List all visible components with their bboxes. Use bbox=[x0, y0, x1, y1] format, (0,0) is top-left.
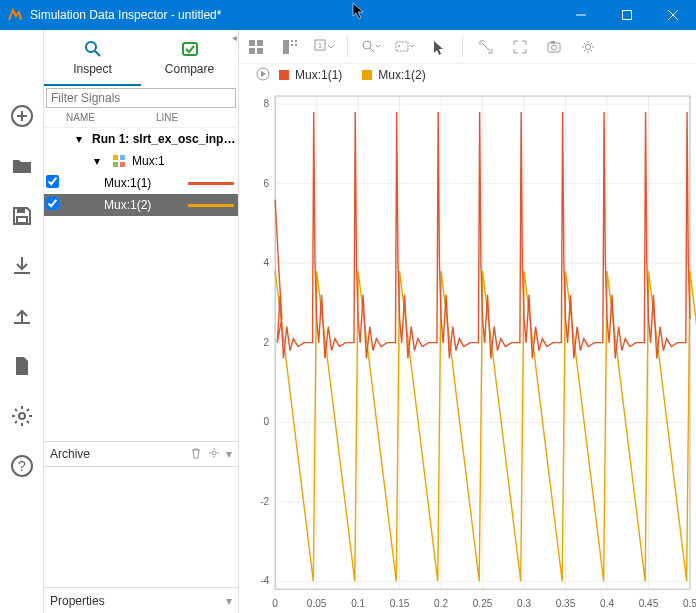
signal-1-checkbox[interactable] bbox=[46, 175, 59, 188]
filter-signals-input[interactable] bbox=[46, 88, 236, 108]
export-button[interactable] bbox=[8, 302, 36, 330]
settings-button[interactable] bbox=[8, 402, 36, 430]
plot-settings-button[interactable] bbox=[577, 36, 599, 58]
tree-run[interactable]: ▾ Run 1: slrt_ex_osc_inport ... bbox=[44, 128, 238, 150]
svg-rect-29 bbox=[291, 40, 293, 42]
svg-rect-26 bbox=[249, 48, 255, 54]
tree-mux-label: Mux:1 bbox=[132, 154, 238, 168]
tab-inspect-label: Inspect bbox=[73, 62, 112, 76]
tree-signal-1-label: Mux:1(1) bbox=[104, 176, 184, 190]
tab-compare-label: Compare bbox=[165, 62, 214, 76]
layout-split-button[interactable] bbox=[279, 36, 301, 58]
zoom-dropdown[interactable] bbox=[360, 36, 382, 58]
legend-label-1: Mux:1(1) bbox=[295, 68, 342, 82]
signal-2-checkbox[interactable] bbox=[46, 197, 59, 210]
svg-rect-32 bbox=[295, 44, 297, 46]
svg-text:-2: -2 bbox=[260, 496, 269, 507]
tree-signal-1[interactable]: Mux:1(1) bbox=[44, 172, 238, 194]
zoom-region-dropdown[interactable] bbox=[394, 36, 416, 58]
header-line: LINE bbox=[156, 112, 178, 123]
compare-icon bbox=[180, 38, 200, 60]
fit-button[interactable] bbox=[475, 36, 497, 58]
properties-section-header[interactable]: Properties ▾ bbox=[44, 587, 238, 613]
chevron-down-icon: ▾ bbox=[226, 594, 232, 608]
svg-text:?: ? bbox=[18, 458, 26, 474]
expand-button[interactable] bbox=[509, 36, 531, 58]
tree-signal-2[interactable]: Mux:1(2) bbox=[44, 194, 238, 216]
svg-point-13 bbox=[19, 413, 25, 419]
svg-text:0.5: 0.5 bbox=[683, 598, 696, 609]
stream-icon[interactable] bbox=[255, 66, 271, 85]
svg-rect-40 bbox=[548, 43, 560, 52]
chevron-down-icon[interactable]: ▾ bbox=[226, 447, 232, 461]
close-button[interactable] bbox=[650, 0, 696, 30]
svg-rect-22 bbox=[120, 162, 125, 167]
open-folder-button[interactable] bbox=[8, 152, 36, 180]
svg-text:0.45: 0.45 bbox=[639, 598, 659, 609]
svg-point-41 bbox=[552, 45, 557, 50]
legend-label-2: Mux:1(2) bbox=[378, 68, 425, 82]
archive-body bbox=[44, 467, 238, 587]
svg-text:8: 8 bbox=[264, 98, 270, 109]
tree-run-label: Run 1: slrt_ex_osc_inport ... bbox=[92, 132, 238, 146]
svg-text:0: 0 bbox=[264, 416, 270, 427]
maximize-button[interactable] bbox=[604, 0, 650, 30]
chart-toolbar: 1 bbox=[239, 30, 696, 64]
tree-mux[interactable]: ▾ Mux:1 bbox=[44, 150, 238, 172]
svg-text:0.3: 0.3 bbox=[517, 598, 531, 609]
svg-rect-21 bbox=[113, 162, 118, 167]
subplot-dropdown[interactable]: 1 bbox=[313, 36, 335, 58]
svg-text:6: 6 bbox=[264, 178, 270, 189]
layout-grid-button[interactable] bbox=[245, 36, 267, 58]
svg-text:0.2: 0.2 bbox=[434, 598, 448, 609]
tree-signal-2-label: Mux:1(2) bbox=[104, 198, 184, 212]
svg-line-17 bbox=[95, 51, 100, 56]
svg-rect-1 bbox=[623, 11, 632, 20]
svg-rect-18 bbox=[183, 43, 197, 55]
gear-icon[interactable] bbox=[208, 447, 220, 462]
cursor-icon bbox=[352, 2, 366, 24]
side-panel: Inspect Compare NAME LINE ▾ Run 1: slrt_… bbox=[44, 30, 239, 613]
svg-rect-28 bbox=[283, 40, 289, 54]
mux-icon bbox=[110, 154, 128, 168]
svg-rect-24 bbox=[249, 40, 255, 46]
tab-inspect[interactable]: Inspect bbox=[44, 30, 141, 86]
window-title: Simulation Data Inspector - untitled* bbox=[30, 8, 558, 22]
svg-rect-42 bbox=[551, 41, 555, 43]
legend-swatch-1 bbox=[279, 70, 289, 80]
plot-canvas[interactable]: 00.050.10.150.20.250.30.350.40.450.5-4-2… bbox=[239, 86, 696, 613]
app-logo-icon bbox=[0, 7, 30, 23]
svg-rect-27 bbox=[257, 48, 263, 54]
trash-icon[interactable] bbox=[190, 447, 202, 462]
add-button[interactable] bbox=[8, 102, 36, 130]
pointer-button[interactable] bbox=[428, 36, 450, 58]
tab-compare[interactable]: Compare bbox=[141, 30, 238, 86]
signal-list-header: NAME LINE bbox=[44, 108, 238, 128]
save-button[interactable] bbox=[8, 202, 36, 230]
new-file-button[interactable] bbox=[8, 352, 36, 380]
svg-text:0.1: 0.1 bbox=[351, 598, 365, 609]
chevron-down-icon: ▾ bbox=[88, 154, 106, 168]
svg-text:0.4: 0.4 bbox=[600, 598, 614, 609]
svg-point-16 bbox=[86, 42, 96, 52]
minimize-button[interactable] bbox=[558, 0, 604, 30]
help-button[interactable]: ? bbox=[8, 452, 36, 480]
svg-rect-25 bbox=[257, 40, 263, 46]
snapshot-button[interactable] bbox=[543, 36, 565, 58]
archive-section-header[interactable]: Archive ▾ bbox=[44, 441, 238, 467]
svg-text:0.05: 0.05 bbox=[307, 598, 327, 609]
svg-text:1: 1 bbox=[318, 41, 323, 50]
signal-tree: ▾ Run 1: slrt_ex_osc_inport ... ▾ Mux:1 … bbox=[44, 128, 238, 441]
title-bar: Simulation Data Inspector - untitled* bbox=[0, 0, 696, 30]
signal-1-swatch bbox=[188, 182, 234, 185]
svg-rect-30 bbox=[295, 40, 297, 42]
svg-text:0.35: 0.35 bbox=[556, 598, 576, 609]
properties-label: Properties bbox=[50, 594, 105, 608]
chart-area: ◂ 1 Mux:1(1) Mux:1(2) 00.050.10.150.20.2… bbox=[239, 30, 696, 613]
svg-text:0: 0 bbox=[272, 598, 278, 609]
svg-line-39 bbox=[482, 43, 490, 51]
svg-point-43 bbox=[586, 44, 591, 49]
collapse-handle-icon[interactable]: ◂ bbox=[232, 32, 237, 43]
import-button[interactable] bbox=[8, 252, 36, 280]
svg-point-23 bbox=[212, 451, 216, 455]
